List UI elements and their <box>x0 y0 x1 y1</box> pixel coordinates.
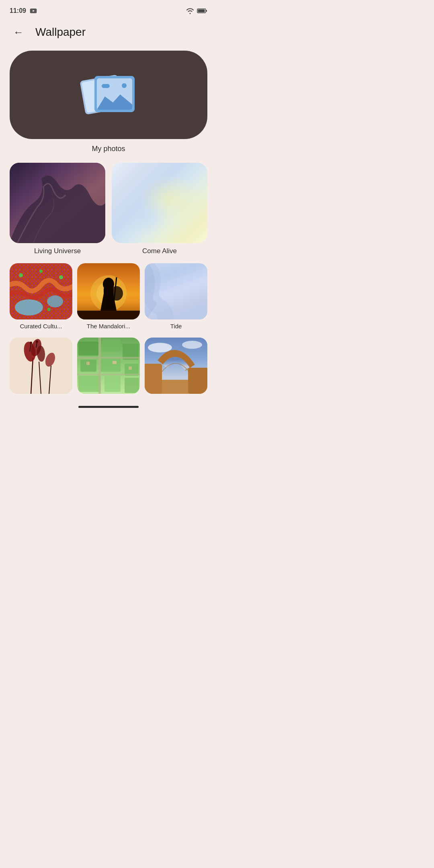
svg-point-53 <box>182 341 202 349</box>
svg-point-14 <box>59 275 63 279</box>
header: ← Wallpaper <box>0 19 217 47</box>
svg-point-33 <box>30 342 32 344</box>
svg-point-13 <box>39 270 43 273</box>
my-photos-label: My photos <box>10 145 207 155</box>
my-photos-section: My photos <box>0 47 217 155</box>
svg-rect-45 <box>98 338 101 394</box>
back-button[interactable]: ← <box>10 23 27 41</box>
living-universe-bg <box>10 163 105 243</box>
aerial-card[interactable] <box>77 338 140 394</box>
arch-card[interactable] <box>145 338 207 394</box>
living-universe-thumb <box>10 163 105 243</box>
small-cards-row: Curated Cultu... <box>0 255 217 330</box>
svg-rect-18 <box>77 311 140 319</box>
svg-rect-3 <box>198 10 205 12</box>
svg-rect-47 <box>77 374 140 375</box>
floral-bg <box>10 338 72 394</box>
svg-rect-36 <box>78 342 98 356</box>
back-arrow-icon: ← <box>13 26 24 39</box>
svg-rect-49 <box>113 361 117 364</box>
status-left: 11:09 <box>10 7 37 15</box>
battery-icon <box>197 8 207 14</box>
aerial-bg <box>77 338 140 394</box>
svg-rect-43 <box>104 376 121 392</box>
curated-bg <box>10 263 72 319</box>
come-alive-card[interactable]: Come Alive <box>112 163 207 255</box>
curated-culture-label: Curated Cultu... <box>10 323 72 330</box>
svg-marker-8 <box>97 94 132 110</box>
photo-frame-front <box>94 76 135 112</box>
svg-point-15 <box>47 308 51 311</box>
curated-culture-card[interactable]: Curated Cultu... <box>10 263 72 330</box>
tide-thumb <box>145 263 207 319</box>
svg-point-11 <box>47 295 63 307</box>
svg-rect-56 <box>188 368 207 394</box>
svg-rect-42 <box>78 376 100 392</box>
come-alive-label: Come Alive <box>112 247 207 255</box>
living-universe-card[interactable]: Living Universe <box>10 163 105 255</box>
svg-point-52 <box>148 343 172 352</box>
status-time: 11:09 <box>10 7 26 14</box>
svg-point-34 <box>36 340 38 343</box>
status-right <box>186 7 207 14</box>
curated-culture-thumb <box>10 263 72 319</box>
mandalorian-thumb <box>77 263 140 319</box>
arch-bg <box>145 338 207 394</box>
home-indicator <box>78 406 139 408</box>
svg-point-22 <box>110 286 123 301</box>
svg-rect-39 <box>80 360 96 372</box>
large-cards-row: Living Universe Come Alive <box>0 155 217 255</box>
mandalorian-card[interactable]: The Mandalori... <box>77 263 140 330</box>
page-title: Wallpaper <box>35 26 86 39</box>
bottom-cards-row <box>0 330 217 406</box>
living-universe-label: Living Universe <box>10 247 105 255</box>
svg-rect-55 <box>145 364 162 394</box>
svg-point-12 <box>19 273 23 277</box>
youtube-icon <box>29 7 37 15</box>
svg-rect-46 <box>77 357 140 359</box>
tide-card[interactable]: Tide <box>145 263 207 330</box>
floral-card[interactable] <box>10 338 72 394</box>
svg-rect-50 <box>129 366 132 370</box>
come-alive-thumb <box>112 163 207 243</box>
my-photos-card[interactable] <box>10 51 207 139</box>
svg-rect-4 <box>206 10 207 12</box>
svg-point-10 <box>15 299 43 315</box>
svg-rect-44 <box>125 378 139 393</box>
status-bar: 11:09 <box>0 0 217 19</box>
svg-rect-48 <box>86 362 90 365</box>
wifi-icon <box>186 7 194 14</box>
mandalorian-bg <box>77 263 140 319</box>
come-alive-blob2 <box>120 199 168 235</box>
svg-rect-40 <box>100 358 121 372</box>
come-alive-bg <box>112 163 207 243</box>
arch-thumb <box>145 338 207 394</box>
mandalorian-label: The Mandalori... <box>77 323 140 330</box>
tide-label: Tide <box>145 323 207 330</box>
svg-rect-37 <box>102 340 121 352</box>
tide-bg <box>145 263 207 319</box>
aerial-thumb <box>77 338 140 394</box>
photos-icon-group <box>82 69 135 121</box>
floral-thumb <box>10 338 72 394</box>
